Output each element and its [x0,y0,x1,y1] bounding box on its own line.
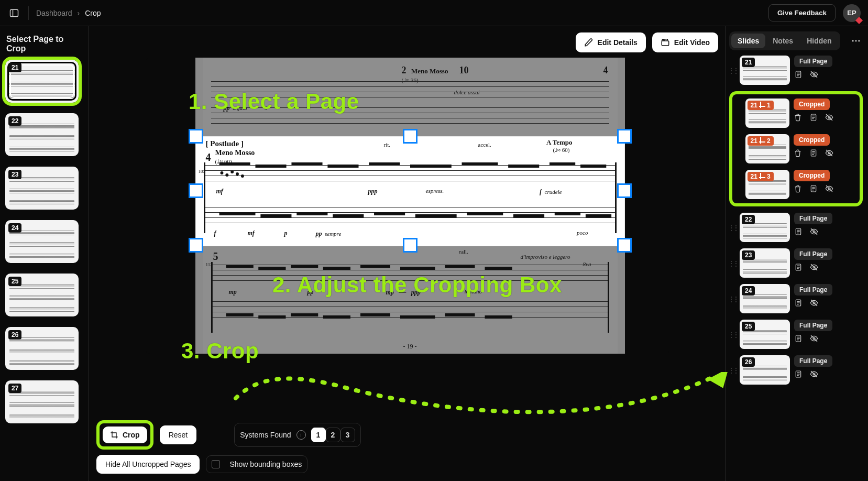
svg-rect-13 [549,162,575,166]
slide-number-badge: 26 [742,357,755,367]
slide-badge-fullpage: Full Page [794,355,832,367]
notes-icon[interactable] [794,227,803,237]
sys1-four-end: 4 [603,65,608,76]
page-number-badge: 26 [8,330,21,340]
slide-thumb[interactable]: 213 [745,170,789,199]
page-thumb-27[interactable]: 27 [5,380,79,423]
edit-details-label: Edit Details [598,38,638,47]
right-tabs: Slides Notes Hidden [729,31,840,50]
breadcrumb-dashboard[interactable]: Dashboard [36,9,72,17]
systems-found-group: Systems Found i 123 [234,423,360,447]
trash-icon[interactable] [794,149,802,159]
crop-handle-bm[interactable] [404,239,416,251]
notes-icon[interactable] [794,299,803,309]
system-pill-3[interactable]: 3 [340,428,355,442]
slide-thumb[interactable]: 211 [745,99,789,128]
reset-button[interactable]: Reset [160,425,197,444]
notes-icon[interactable] [794,263,803,273]
page-number-label: - 19 - [403,343,417,351]
page-thumb-22[interactable]: 22 [5,113,79,156]
notes-icon[interactable] [794,370,803,380]
edit-details-button[interactable]: Edit Details [576,32,646,52]
crop-handle-tm[interactable] [404,130,416,142]
notes-icon[interactable] [794,334,803,344]
hide-uncropped-button[interactable]: Hide All Uncropped Pages [96,455,200,474]
show-bounding-boxes-toggle[interactable]: Show bounding boxes [206,455,307,473]
trash-icon[interactable] [794,113,802,123]
tab-hidden[interactable]: Hidden [800,34,838,48]
svg-rect-16 [260,214,291,217]
sys3-rall: rall. [459,248,468,255]
tab-slides[interactable]: Slides [731,34,765,48]
sys2-postlude: [ Postlude ] [206,139,244,148]
notes-icon[interactable] [809,184,818,194]
tab-notes[interactable]: Notes [766,34,799,48]
visibility-off-icon[interactable] [810,370,818,380]
svg-point-27 [230,170,234,173]
panel-toggle-icon[interactable] [7,6,21,20]
info-icon[interactable]: i [296,430,306,440]
svg-rect-17 [296,212,327,215]
more-menu-button[interactable] [849,34,863,48]
page-thumb-23[interactable]: 23 [5,167,79,210]
visibility-off-icon[interactable] [825,113,833,123]
breadcrumb-sep: › [78,9,80,17]
svg-rect-32 [226,265,253,268]
crop-handle-bl[interactable] [190,239,202,251]
page-number-badge: 23 [8,170,21,179]
svg-rect-3 [204,162,205,233]
page-thumb-25[interactable]: 25 [5,274,79,316]
svg-rect-18 [333,214,364,217]
notes-icon[interactable] [794,70,803,80]
trash-icon[interactable] [794,184,802,194]
slide-number-badge: 212 [748,136,774,146]
crop-handle-ml[interactable] [190,185,202,196]
svg-rect-43 [323,315,350,319]
svg-rect-21 [467,212,503,215]
pencil-icon [584,38,594,47]
visibility-off-icon[interactable] [810,263,818,273]
sidebar-title: Select Page to Crop [6,35,82,53]
notes-icon[interactable] [809,149,818,159]
crop-handle-br[interactable] [619,239,630,251]
slide-badge-fullpage: Full Page [794,284,832,296]
crop-handle-tl[interactable] [190,130,202,142]
visibility-off-icon[interactable] [810,227,818,237]
slide-thumb[interactable]: 26 [740,355,790,385]
visibility-off-icon[interactable] [810,70,818,80]
sys3-notes-svg [211,262,609,333]
svg-rect-42 [291,313,318,316]
sys1-num: 2 [402,65,406,75]
give-feedback-button[interactable]: Give Feedback [768,4,836,21]
svg-rect-23 [554,212,580,215]
svg-rect-36 [360,265,390,268]
svg-rect-4 [615,162,617,233]
user-avatar[interactable]: EP [843,4,861,22]
slide-badge-fullpage: Full Page [794,248,832,260]
svg-rect-33 [258,267,285,270]
svg-rect-20 [415,214,456,217]
visibility-off-icon[interactable] [825,149,833,159]
svg-rect-10 [410,165,452,168]
slide-thumb[interactable]: 25 [740,320,790,349]
crop-handle-mr[interactable] [619,185,630,196]
crop-button[interactable]: Crop [103,427,147,443]
score-page[interactable]: 2 Meno Mosso (♩≈ 36) 10 4 dolce assai pp… [195,58,625,354]
svg-rect-44 [360,313,390,316]
system-pill-2[interactable]: 2 [326,428,340,442]
slide-thumb[interactable]: 22 [740,213,790,242]
page-thumb-26[interactable]: 26 [5,327,79,370]
page-thumb-21[interactable]: 21 [5,60,79,103]
crop-handle-tr[interactable] [619,130,630,142]
notes-icon[interactable] [809,113,818,123]
slide-thumb[interactable]: 212 [745,134,789,163]
visibility-off-icon[interactable] [825,184,833,194]
system-pill-1[interactable]: 1 [311,428,326,442]
visibility-off-icon[interactable] [810,299,818,309]
slide-thumb[interactable]: 23 [740,248,790,278]
slide-thumb[interactable]: 24 [740,284,790,313]
visibility-off-icon[interactable] [810,334,818,344]
slide-thumb[interactable]: 21 [740,56,790,85]
page-thumb-24[interactable]: 24 [5,220,79,263]
edit-video-button[interactable]: Edit Video [652,32,718,52]
